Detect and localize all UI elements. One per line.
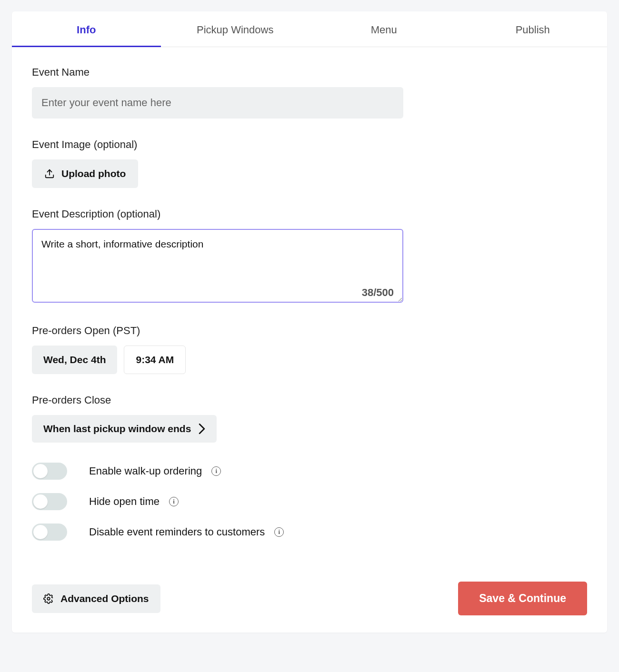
toggle-walkup-row: Enable walk-up ordering i [32, 463, 420, 480]
event-name-field: Event Name [32, 66, 420, 119]
preorders-close-button[interactable]: When last pickup window ends [32, 415, 217, 443]
upload-icon [44, 168, 55, 179]
preorders-open-date-button[interactable]: Wed, Dec 4th [32, 346, 117, 374]
upload-photo-button[interactable]: Upload photo [32, 159, 138, 188]
toggle-hide-open-time-label: Hide open time [89, 495, 160, 508]
preorders-open-time-value: 9:34 AM [136, 354, 174, 366]
preorders-open-row: Wed, Dec 4th 9:34 AM [32, 346, 420, 374]
tab-label: Pickup Windows [197, 24, 273, 36]
info-icon[interactable]: i [169, 497, 179, 506]
preorders-close-label: Pre-orders Close [32, 394, 420, 406]
preorders-open-field: Pre-orders Open (PST) Wed, Dec 4th 9:34 … [32, 325, 420, 374]
preorders-open-date-value: Wed, Dec 4th [43, 354, 106, 366]
tab-label: Publish [516, 24, 550, 36]
event-form-card: Info Pickup Windows Menu Publish Event N… [12, 11, 607, 632]
tab-menu[interactable]: Menu [310, 11, 459, 47]
event-description-textarea[interactable] [32, 229, 403, 303]
event-image-label: Event Image (optional) [32, 138, 420, 151]
chevron-right-icon [199, 424, 205, 434]
toggle-hide-open-time[interactable] [32, 493, 67, 510]
tabs-bar: Info Pickup Windows Menu Publish [12, 11, 607, 47]
toggle-disable-reminders-label: Disable event reminders to customers [89, 526, 265, 538]
toggle-disable-reminders-label-wrap: Disable event reminders to customers i [89, 526, 284, 538]
svg-point-1 [47, 597, 50, 600]
toggle-walkup[interactable] [32, 463, 67, 480]
advanced-options-label: Advanced Options [60, 593, 149, 604]
upload-photo-label: Upload photo [61, 168, 126, 179]
footer-row: Advanced Options Save & Continue [12, 582, 607, 632]
event-description-field: Event Description (optional) 38/500 [32, 208, 420, 305]
toggle-disable-reminders-row: Disable event reminders to customers i [32, 524, 420, 541]
info-icon[interactable]: i [211, 466, 221, 476]
preorders-open-time-button[interactable]: 9:34 AM [124, 346, 186, 374]
toggle-hide-open-time-row: Hide open time i [32, 493, 420, 510]
toggle-walkup-label: Enable walk-up ordering [89, 465, 202, 477]
description-wrap: 38/500 [32, 229, 403, 305]
event-name-label: Event Name [32, 66, 420, 79]
toggle-walkup-label-wrap: Enable walk-up ordering i [89, 465, 221, 477]
toggle-hide-open-time-label-wrap: Hide open time i [89, 495, 179, 508]
toggle-section: Enable walk-up ordering i Hide open time… [32, 463, 420, 541]
form-body: Event Name Event Image (optional) Upload… [12, 47, 440, 582]
event-image-field: Event Image (optional) Upload photo [32, 138, 420, 188]
tab-pickup-windows[interactable]: Pickup Windows [161, 11, 310, 47]
gear-icon [43, 593, 54, 604]
preorders-close-field: Pre-orders Close When last pickup window… [32, 394, 420, 443]
save-continue-button[interactable]: Save & Continue [458, 582, 587, 615]
info-icon[interactable]: i [274, 527, 284, 537]
event-name-input[interactable] [32, 87, 403, 119]
save-continue-label: Save & Continue [479, 592, 566, 604]
tab-info[interactable]: Info [12, 11, 161, 47]
tab-label: Info [77, 24, 96, 36]
tab-publish[interactable]: Publish [459, 11, 608, 47]
event-description-label: Event Description (optional) [32, 208, 420, 220]
description-char-count: 38/500 [362, 287, 394, 299]
toggle-disable-reminders[interactable] [32, 524, 67, 541]
tab-label: Menu [371, 24, 397, 36]
advanced-options-button[interactable]: Advanced Options [32, 584, 160, 613]
preorders-open-label: Pre-orders Open (PST) [32, 325, 420, 337]
preorders-close-value: When last pickup window ends [43, 423, 191, 435]
